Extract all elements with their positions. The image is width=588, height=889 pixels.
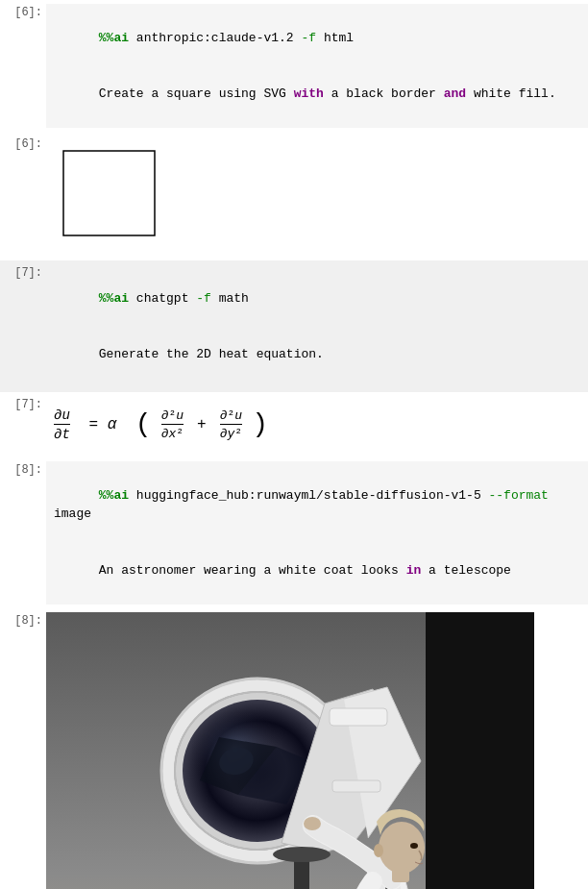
code-text: chatgpt bbox=[129, 291, 196, 306]
code-text: huggingface_hub:runwayml/stable-diffusio… bbox=[129, 488, 488, 503]
code-line-6: An astronomer wearing a white coat looks… bbox=[54, 542, 580, 599]
code-text: An astronomer wearing a white coat looks bbox=[99, 563, 406, 578]
cell-7-output: [7]: ∂u ∂t = α ( ∂²u ∂x² + ∂²u ∂y² ) bbox=[0, 392, 588, 457]
frac-den-2: ∂x² bbox=[161, 426, 184, 441]
magic-keyword-3: %%ai bbox=[99, 488, 129, 503]
magic-keyword-2: %%ai bbox=[99, 291, 129, 306]
svg-point-26 bbox=[374, 844, 383, 857]
code-text: html bbox=[316, 31, 354, 45]
code-text: white fill. bbox=[466, 86, 556, 101]
cell-8-input-content: %%ai huggingface_hub:runwayml/stable-dif… bbox=[46, 461, 588, 605]
code-line-5: %%ai huggingface_hub:runwayml/stable-dif… bbox=[54, 467, 580, 542]
svg-rect-0 bbox=[63, 151, 155, 235]
svg-point-28 bbox=[410, 843, 418, 849]
cell-label-7-output: [7]: bbox=[0, 396, 46, 454]
frac-den-3: ∂y² bbox=[220, 426, 242, 441]
cell-8-output-image bbox=[46, 612, 588, 890]
svg-rect-15 bbox=[332, 780, 380, 792]
code-text: math bbox=[211, 291, 249, 306]
flag-keyword: -f bbox=[301, 31, 316, 45]
cell-label-6-output: [6]: bbox=[0, 136, 46, 257]
code-line-3: %%ai chatgpt -f math bbox=[54, 270, 580, 327]
cell-6-input-content: %%ai anthropic:claude-v1.2 -f html Creat… bbox=[46, 4, 588, 128]
frac-ut: ∂u ∂t bbox=[54, 407, 70, 442]
cell-6-output-content bbox=[46, 136, 588, 257]
cell-label-6-input: [6]: bbox=[0, 4, 46, 128]
cell-8-input: [8]: %%ai huggingface_hub:runwayml/stabl… bbox=[0, 457, 588, 608]
code-line-4: Generate the 2D heat equation. bbox=[54, 327, 580, 383]
code-text: a telescope bbox=[421, 563, 511, 578]
equals-sign: = α bbox=[80, 416, 126, 433]
flag-keyword-2: -f bbox=[196, 291, 211, 306]
highlight-with: with bbox=[294, 86, 324, 101]
plus-sign: + bbox=[197, 416, 207, 433]
svg-rect-32 bbox=[426, 612, 534, 890]
code-text: anthropic:claude-v1.2 bbox=[129, 31, 301, 45]
code-line-2: Create a square using SVG with a black b… bbox=[54, 66, 580, 123]
frac-den: ∂t bbox=[54, 426, 70, 442]
frac-uy2: ∂²u ∂y² bbox=[220, 408, 242, 441]
left-paren: ( bbox=[135, 411, 152, 438]
cell-6-input: [6]: %%ai anthropic:claude-v1.2 -f html … bbox=[0, 0, 588, 132]
magic-keyword: %%ai bbox=[99, 31, 129, 45]
right-paren: ) bbox=[252, 411, 268, 438]
cell-label-7-input: [7]: bbox=[0, 264, 46, 388]
svg-rect-27 bbox=[392, 867, 409, 882]
code-text: Generate the 2D heat equation. bbox=[99, 347, 324, 361]
cell-8-output: [8]: bbox=[0, 608, 588, 890]
cell-label-8-output: [8]: bbox=[0, 612, 46, 890]
math-equation: ∂u ∂t = α ( ∂²u ∂x² + ∂²u ∂y² ) bbox=[54, 400, 580, 450]
svg-rect-14 bbox=[330, 708, 387, 726]
highlight-and: and bbox=[444, 86, 466, 101]
highlight-in: in bbox=[406, 563, 422, 578]
svg-point-17 bbox=[273, 847, 331, 862]
astronomer-image bbox=[46, 612, 534, 890]
svg-point-25 bbox=[379, 822, 425, 874]
code-line-1: %%ai anthropic:claude-v1.2 -f html bbox=[54, 10, 580, 66]
cell-6-output: [6]: bbox=[0, 132, 588, 260]
code-text: a black border bbox=[324, 86, 444, 101]
cell-7-output-content: ∂u ∂t = α ( ∂²u ∂x² + ∂²u ∂y² ) bbox=[46, 396, 588, 454]
frac-num: ∂u bbox=[54, 407, 70, 425]
cell-7-input-content: %%ai chatgpt -f math Generate the 2D hea… bbox=[46, 264, 588, 388]
flag-format: --format bbox=[489, 488, 549, 503]
code-text: Create a square using SVG bbox=[99, 86, 294, 101]
cell-7-input: [7]: %%ai chatgpt -f math Generate the 2… bbox=[0, 260, 588, 392]
frac-num-2: ∂²u bbox=[161, 408, 184, 425]
frac-num-3: ∂²u bbox=[220, 408, 242, 425]
svg-point-29 bbox=[304, 817, 321, 830]
svg-square-output bbox=[54, 143, 169, 249]
cell-label-8-input: [8]: bbox=[0, 461, 46, 605]
frac-ux2: ∂²u ∂x² bbox=[161, 408, 184, 441]
